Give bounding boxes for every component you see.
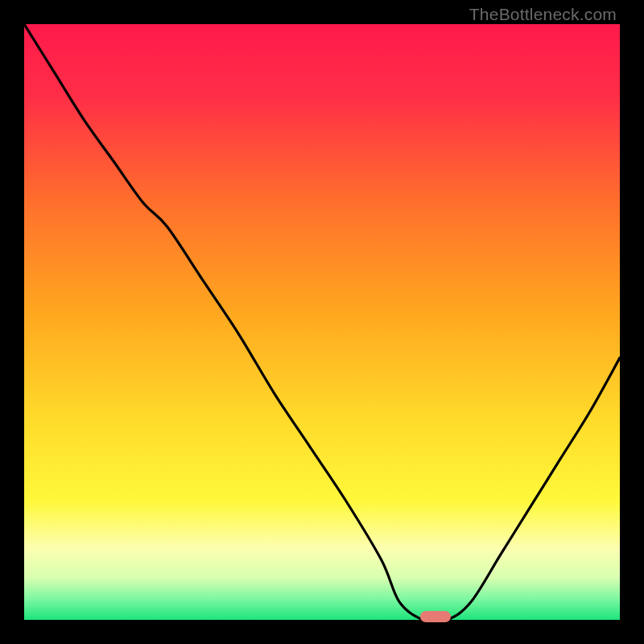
bottleneck-curve bbox=[24, 24, 620, 620]
plot-area bbox=[24, 24, 620, 620]
watermark-label: TheBottleneck.com bbox=[469, 5, 617, 24]
chart-frame bbox=[24, 24, 620, 620]
optimal-marker bbox=[420, 611, 451, 622]
